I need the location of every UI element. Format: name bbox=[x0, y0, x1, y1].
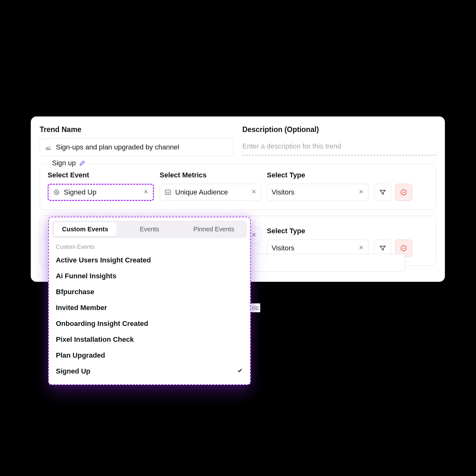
event-option-label: Invited Member bbox=[56, 304, 107, 312]
dropdown-group-label: Custom Events bbox=[52, 241, 247, 252]
event-option[interactable]: Active Users Insight Created bbox=[52, 252, 247, 268]
edit-icon[interactable] bbox=[79, 160, 85, 166]
event-option-label: Plan Upgraded bbox=[56, 351, 105, 360]
event-option[interactable]: Invited Member bbox=[52, 300, 247, 316]
type-value: Visitors bbox=[272, 188, 355, 196]
bar-chart-icon bbox=[164, 189, 171, 196]
select-type-label-2: Select Type bbox=[267, 227, 368, 235]
event-option-label: Onboarding Insight Created bbox=[56, 320, 148, 328]
event-option[interactable]: Ai Funnel Insights bbox=[52, 268, 247, 284]
filter-icon bbox=[379, 245, 386, 252]
section-title: Sign up bbox=[52, 159, 76, 167]
svg-point-0 bbox=[54, 190, 59, 195]
event-option[interactable]: Bfpurchase bbox=[52, 284, 247, 300]
event-option-label: Signed Up bbox=[56, 367, 90, 375]
remove-icon bbox=[400, 245, 407, 252]
trend-name-input[interactable] bbox=[56, 143, 228, 151]
description-label: Description (Optional) bbox=[242, 125, 436, 134]
type-value-2: Visitors bbox=[272, 244, 355, 252]
type-selector[interactable]: Visitors bbox=[267, 184, 368, 201]
remove-metric-button[interactable] bbox=[395, 184, 412, 201]
tab-events[interactable]: Events bbox=[118, 222, 181, 236]
event-option[interactable]: Signed Up bbox=[52, 363, 247, 379]
event-option-label: Active Users Insight Created bbox=[56, 256, 151, 264]
event-option[interactable]: Onboarding Insight Created bbox=[52, 316, 247, 332]
description-input[interactable] bbox=[242, 138, 436, 153]
clear-metrics-icon[interactable] bbox=[251, 189, 256, 196]
signature-icon bbox=[45, 144, 52, 151]
filter-icon bbox=[379, 189, 386, 196]
tab-custom-events[interactable]: Custom Events bbox=[54, 222, 116, 236]
section-legend: Sign up bbox=[50, 159, 88, 167]
target-icon bbox=[53, 189, 60, 196]
trend-name-label: Trend Name bbox=[40, 125, 234, 134]
select-event-label: Select Event bbox=[48, 171, 154, 179]
clear-event-icon[interactable] bbox=[143, 189, 149, 196]
event-option[interactable]: Pixel Installation Check bbox=[52, 332, 247, 347]
event-value: Signed Up bbox=[64, 188, 140, 196]
event-dropdown: Custom Events Events Pinned Events Custo… bbox=[48, 217, 251, 385]
event-dropdown-tabs: Custom Events Events Pinned Events bbox=[52, 221, 247, 238]
remove-icon bbox=[400, 189, 407, 196]
event-option-label: Pixel Installation Check bbox=[56, 335, 134, 344]
tab-pinned-events[interactable]: Pinned Events bbox=[182, 222, 245, 236]
event-option-label: Ai Funnel Insights bbox=[56, 272, 116, 280]
metrics-selector[interactable]: Unique Audience bbox=[160, 184, 261, 201]
metric-section-sign-up: Sign up Select Event Signed Up bbox=[40, 164, 436, 210]
clear-type-icon[interactable] bbox=[359, 245, 364, 252]
metrics-value: Unique Audience bbox=[175, 188, 248, 196]
event-selector[interactable]: Signed Up bbox=[48, 184, 154, 201]
clear-type-icon[interactable] bbox=[359, 189, 364, 196]
check-icon bbox=[237, 367, 243, 375]
event-option[interactable]: Plan Upgraded bbox=[52, 347, 247, 363]
svg-point-1 bbox=[56, 191, 57, 193]
select-type-label: Select Type bbox=[267, 171, 368, 179]
event-option-label: Bfpurchase bbox=[56, 288, 94, 296]
filter-button[interactable] bbox=[374, 184, 391, 201]
trend-name-field[interactable] bbox=[40, 138, 234, 156]
add-metric-text-fragment: ric bbox=[251, 303, 260, 312]
clear-metrics-icon[interactable] bbox=[251, 232, 256, 239]
select-metrics-label: Select Metrics bbox=[160, 171, 261, 179]
